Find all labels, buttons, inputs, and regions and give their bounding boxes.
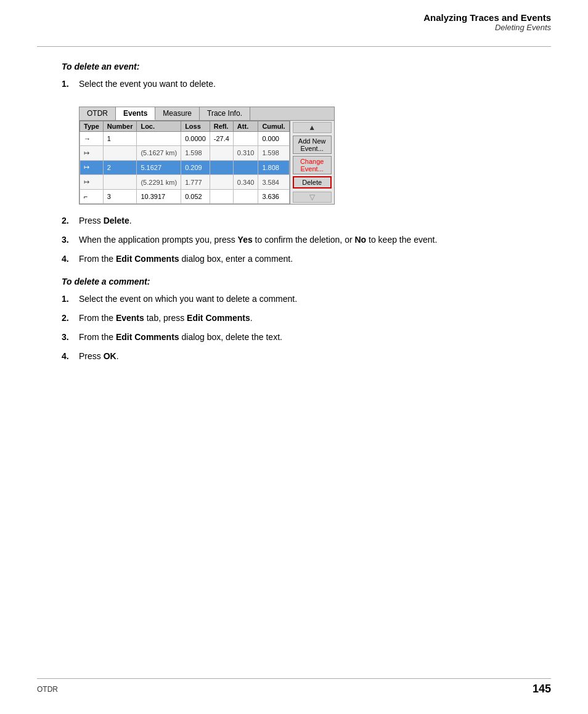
cell-att: 0.340	[233, 175, 258, 190]
step1-1-content: Select the event you want to delete.	[79, 78, 539, 91]
events-table: Type Number Loc. Loss Refl. Att. Cumul. …	[80, 121, 290, 204]
cell-number	[103, 145, 137, 160]
scroll-up-button[interactable]: ▲	[293, 122, 332, 133]
cell-loss: 0.0000	[181, 132, 210, 146]
cell-att	[233, 132, 258, 146]
cell-type: ↦	[80, 145, 104, 160]
header-subtitle: Deleting Events	[423, 23, 551, 32]
cell-att	[233, 160, 258, 175]
cell-loc: 10.3917	[137, 190, 181, 204]
table-row[interactable]: ⌐ 3 10.3917 0.052 3.636	[80, 190, 290, 204]
header-rule	[37, 46, 551, 47]
step1-1: 1. Select the event you want to delete.	[62, 78, 539, 91]
cell-type: ↦	[80, 175, 104, 190]
tab-events[interactable]: Events	[116, 107, 155, 120]
col-cumul: Cumul.	[258, 121, 289, 132]
cell-type: ⌐	[80, 190, 104, 204]
col-number: Number	[103, 121, 137, 132]
step2-4-content: Press OK.	[79, 350, 539, 363]
section1-heading: To delete an event:	[62, 62, 539, 71]
step2-2: 2. From the Events tab, press Edit Comme…	[62, 312, 539, 325]
step1-4-number: 4.	[62, 253, 79, 266]
diagram: OTDR Events Measure Trace Info. Type Num…	[79, 107, 335, 205]
cell-type: →	[80, 132, 104, 146]
cell-refl: -27.4	[210, 132, 233, 146]
step1-2-number: 2.	[62, 214, 79, 227]
cell-loc	[137, 132, 181, 146]
page-footer: OTDR 145	[37, 678, 551, 696]
cell-cumul: 1.598	[258, 145, 289, 160]
cell-loc: 5.1627	[137, 160, 181, 175]
table-row[interactable]: ↦ (5.1627 km) 1.598 0.310 1.598	[80, 145, 290, 160]
cell-refl	[210, 175, 233, 190]
tab-measure[interactable]: Measure	[155, 107, 200, 120]
step1-4-content: From the Edit Comments dialog box, enter…	[79, 253, 539, 266]
tabs-row: OTDR Events Measure Trace Info.	[80, 107, 334, 121]
step1-4: 4. From the Edit Comments dialog box, en…	[62, 253, 539, 266]
step2-3-number: 3.	[62, 331, 79, 344]
step2-1-content: Select the event on which you want to de…	[79, 293, 539, 306]
add-new-event-button[interactable]: Add NewEvent...	[293, 136, 332, 154]
step2-4: 4. Press OK.	[62, 350, 539, 363]
section1-list: 1. Select the event you want to delete.	[62, 78, 539, 91]
table-header-row: Type Number Loc. Loss Refl. Att. Cumul.	[80, 121, 290, 132]
step1-2-content: Press Delete.	[79, 214, 539, 227]
page-header: Analyzing Traces and Events Deleting Eve…	[423, 12, 551, 32]
change-event-button[interactable]: ChangeEvent...	[293, 156, 332, 174]
cell-att	[233, 190, 258, 204]
col-loss: Loss	[181, 121, 210, 132]
tab-trace-info[interactable]: Trace Info.	[200, 107, 250, 120]
step1-3-content: When the application prompts you, press …	[79, 233, 539, 246]
footer-right: 145	[533, 683, 551, 696]
cell-cumul: 1.808	[258, 160, 289, 175]
cell-type: ↦	[80, 160, 104, 175]
step2-1: 1. Select the event on which you want to…	[62, 293, 539, 306]
cell-refl	[210, 160, 233, 175]
cell-number: 1	[103, 132, 137, 146]
table-row-selected[interactable]: ↦ 2 5.1627 0.209 1.808	[80, 160, 290, 175]
step2-4-number: 4.	[62, 350, 79, 363]
cell-refl	[210, 145, 233, 160]
cell-loc: (5.2291 km)	[137, 175, 181, 190]
step2-3-content: From the Edit Comments dialog box, delet…	[79, 331, 539, 344]
step1-2: 2. Press Delete.	[62, 214, 539, 227]
step2-2-number: 2.	[62, 312, 79, 325]
step2-2-content: From the Events tab, press Edit Comments…	[79, 312, 539, 325]
table-row[interactable]: ↦ (5.2291 km) 1.777 0.340 3.584	[80, 175, 290, 190]
cell-loss: 1.777	[181, 175, 210, 190]
step1-3-number: 3.	[62, 233, 79, 246]
section2-heading: To delete a comment:	[62, 277, 539, 286]
sidebar-buttons: ▲ Add NewEvent... ChangeEvent... Delete …	[290, 121, 334, 204]
step2-3: 3. From the Edit Comments dialog box, de…	[62, 331, 539, 344]
cell-att: 0.310	[233, 145, 258, 160]
table-row[interactable]: → 1 0.0000 -27.4 0.000	[80, 132, 290, 146]
cell-loss: 1.598	[181, 145, 210, 160]
cell-number	[103, 175, 137, 190]
col-refl: Refl.	[210, 121, 233, 132]
cell-cumul: 0.000	[258, 132, 289, 146]
step1-1-number: 1.	[62, 78, 79, 91]
cell-cumul: 3.584	[258, 175, 289, 190]
col-type: Type	[80, 121, 104, 132]
col-att: Att.	[233, 121, 258, 132]
step1-3: 3. When the application prompts you, pre…	[62, 233, 539, 246]
main-content: To delete an event: 1. Select the event …	[62, 62, 539, 369]
scroll-down-button[interactable]: ▽	[293, 192, 332, 203]
cell-loss: 0.052	[181, 190, 210, 204]
cell-number: 2	[103, 160, 137, 175]
section1-list-cont: 2. Press Delete. 3. When the application…	[62, 214, 539, 266]
delete-button[interactable]: Delete	[293, 176, 332, 189]
header-title: Analyzing Traces and Events	[423, 12, 551, 23]
step2-1-number: 1.	[62, 293, 79, 306]
cell-loc: (5.1627 km)	[137, 145, 181, 160]
section2-list: 1. Select the event on which you want to…	[62, 293, 539, 363]
footer-left: OTDR	[37, 685, 58, 694]
events-table-wrap: Type Number Loc. Loss Refl. Att. Cumul. …	[80, 121, 334, 204]
tab-otdr[interactable]: OTDR	[80, 107, 116, 120]
cell-refl	[210, 190, 233, 204]
cell-cumul: 3.636	[258, 190, 289, 204]
cell-number: 3	[103, 190, 137, 204]
cell-loss: 0.209	[181, 160, 210, 175]
col-loc: Loc.	[137, 121, 181, 132]
